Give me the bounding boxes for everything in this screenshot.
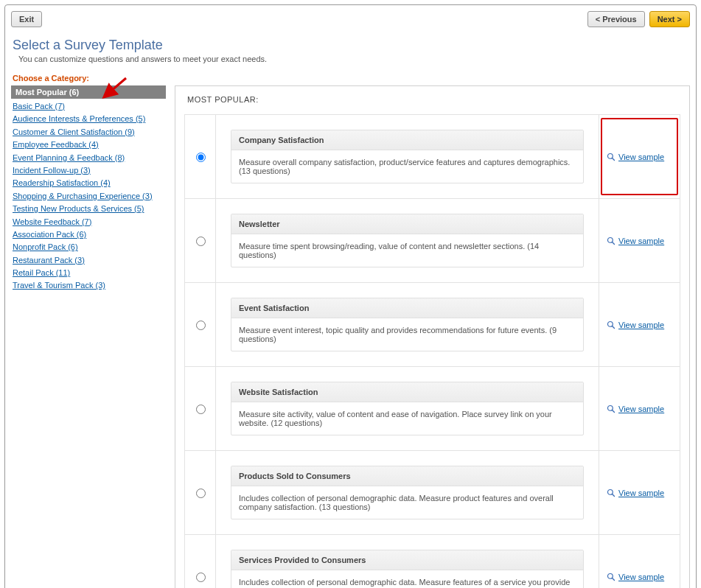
wizard-panel: Exit < Previous Next > Select a Survey T… bbox=[4, 4, 697, 588]
panel-heading: MOST POPULAR: bbox=[187, 95, 680, 104]
sidebar-item[interactable]: Travel & Tourism Pack (3) bbox=[13, 281, 105, 290]
sidebar-item[interactable]: Shopping & Purchasing Experience (3) bbox=[13, 192, 153, 200]
sidebar-item[interactable]: Readership Satisfaction (4) bbox=[13, 178, 111, 187]
sidebar-item[interactable]: Employee Feedback (4) bbox=[13, 140, 99, 149]
template-card: Event SatisfactionMeasure event interest… bbox=[231, 298, 584, 351]
table-row: NewsletterMeasure time spent browsing/re… bbox=[185, 199, 680, 283]
next-button[interactable]: Next > bbox=[649, 11, 690, 27]
sidebar-item[interactable]: Audience Interests & Preferences (5) bbox=[13, 114, 145, 123]
select-template-radio[interactable] bbox=[196, 237, 206, 246]
svg-line-5 bbox=[613, 242, 615, 244]
table-row: Company SatisfactionMeasure overall comp… bbox=[185, 115, 680, 199]
view-sample-link[interactable]: View sample bbox=[618, 573, 664, 581]
template-description: Includes collection of personal demograp… bbox=[231, 486, 583, 519]
sidebar-item[interactable]: Customer & Client Satisfaction (9) bbox=[13, 127, 135, 136]
select-template-radio[interactable] bbox=[196, 321, 206, 330]
template-card: Company SatisfactionMeasure overall comp… bbox=[231, 130, 584, 183]
previous-button[interactable]: < Previous bbox=[587, 11, 645, 27]
svg-line-7 bbox=[613, 326, 615, 328]
table-row: Event SatisfactionMeasure event interest… bbox=[185, 283, 680, 367]
sidebar-item[interactable]: Incident Follow-up (3) bbox=[13, 166, 91, 175]
template-title: Newsletter bbox=[231, 214, 583, 234]
select-template-radio[interactable] bbox=[196, 489, 206, 498]
view-sample-link[interactable]: View sample bbox=[618, 405, 664, 413]
select-template-radio[interactable] bbox=[196, 153, 206, 162]
magnifier-icon bbox=[607, 489, 615, 497]
template-card: NewsletterMeasure time spent browsing/re… bbox=[231, 214, 584, 267]
templates-table: Company SatisfactionMeasure overall comp… bbox=[184, 114, 680, 588]
view-sample-link[interactable]: View sample bbox=[618, 237, 664, 245]
sidebar-item[interactable]: Event Planning & Feedback (8) bbox=[13, 153, 125, 162]
view-sample-link[interactable]: View sample bbox=[618, 489, 664, 497]
top-bar: Exit < Previous Next > bbox=[11, 11, 690, 27]
select-template-radio[interactable] bbox=[196, 573, 206, 582]
sidebar-selected-item[interactable]: Most Popular (6) bbox=[11, 85, 166, 99]
sidebar-item[interactable]: Restaurant Pack (3) bbox=[13, 256, 85, 265]
magnifier-icon bbox=[607, 237, 615, 245]
sidebar-item[interactable]: Website Feedback (7) bbox=[13, 217, 91, 226]
template-title: Services Provided to Consumers bbox=[231, 550, 583, 570]
template-card: Products Sold to ConsumersIncludes colle… bbox=[231, 466, 584, 519]
magnifier-icon bbox=[607, 321, 615, 329]
magnifier-icon bbox=[607, 153, 615, 161]
view-sample-link[interactable]: View sample bbox=[618, 153, 664, 161]
template-description: Includes collection of personal demograp… bbox=[231, 570, 583, 588]
template-description: Measure site activity, value of content … bbox=[231, 402, 583, 435]
template-panel: MOST POPULAR: Company SatisfactionMeasur… bbox=[175, 85, 690, 588]
template-description: Measure time spent browsing/reading, val… bbox=[231, 234, 583, 267]
svg-line-9 bbox=[613, 410, 615, 412]
magnifier-icon bbox=[607, 573, 615, 581]
sidebar-item[interactable]: Nonprofit Pack (6) bbox=[13, 242, 78, 251]
svg-line-11 bbox=[613, 494, 615, 496]
svg-line-13 bbox=[613, 578, 615, 580]
sidebar-item[interactable]: Testing New Products & Services (5) bbox=[13, 204, 144, 213]
template-title: Website Satisfaction bbox=[231, 382, 583, 402]
sidebar-item[interactable]: Basic Pack (7) bbox=[13, 102, 65, 111]
table-row: Services Provided to ConsumersIncludes c… bbox=[185, 535, 680, 589]
view-sample-link[interactable]: View sample bbox=[618, 321, 664, 329]
template-card: Services Provided to ConsumersIncludes c… bbox=[231, 550, 584, 588]
svg-line-3 bbox=[613, 158, 615, 160]
sidebar-item[interactable]: Retail Pack (11) bbox=[13, 268, 70, 277]
template-title: Event Satisfaction bbox=[231, 298, 583, 318]
table-row: Products Sold to ConsumersIncludes colle… bbox=[185, 451, 680, 535]
category-sidebar: Most Popular (6) Basic Pack (7)Audience … bbox=[11, 85, 166, 293]
template-title: Company Satisfaction bbox=[231, 130, 583, 150]
template-description: Measure event interest, topic quality an… bbox=[231, 318, 583, 351]
exit-button[interactable]: Exit bbox=[11, 11, 42, 27]
select-template-radio[interactable] bbox=[196, 405, 206, 414]
template-card: Website SatisfactionMeasure site activit… bbox=[231, 382, 584, 435]
sidebar-item[interactable]: Association Pack (6) bbox=[13, 230, 86, 239]
page-title: Select a Survey Template bbox=[13, 38, 690, 53]
choose-category-heading: Choose a Category: bbox=[13, 74, 690, 83]
template-title: Products Sold to Consumers bbox=[231, 466, 583, 486]
page-subtitle: You can customize questions and answers … bbox=[18, 55, 690, 63]
template-description: Measure overall company satisfaction, pr… bbox=[231, 150, 583, 183]
table-row: Website SatisfactionMeasure site activit… bbox=[185, 367, 680, 451]
magnifier-icon bbox=[607, 405, 615, 413]
